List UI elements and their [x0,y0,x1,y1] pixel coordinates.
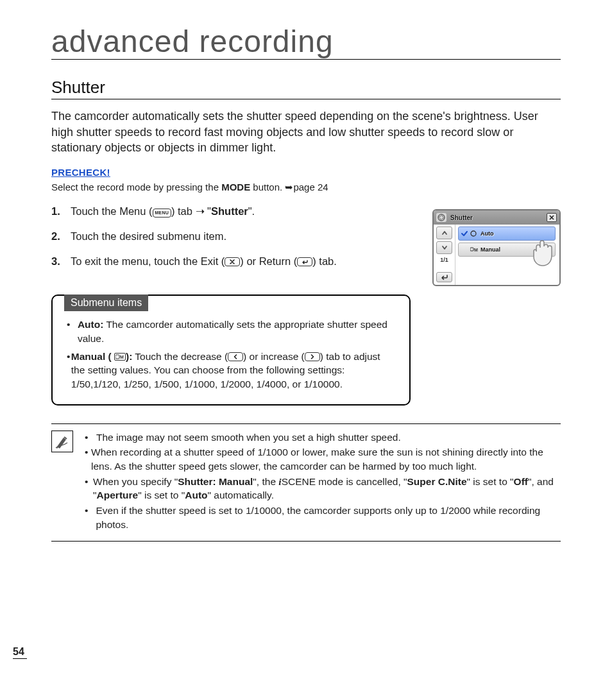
bullet-icon: • [67,318,78,345]
precheck-label: PRECHECK! [51,167,561,178]
step-text: ) or Return ( [240,255,297,267]
arrow-icon: ➝ [196,205,205,217]
step-body: Touch the Menu (MENU) tab ➝ "Shutter". [71,203,255,219]
device-options: Auto M Manual [455,225,559,285]
step-text: ) tab. [312,255,337,267]
section-title: Shutter [51,78,561,99]
step-text: Touch the Menu ( [71,205,153,217]
note-text: The image may not seem smooth when you s… [96,431,401,445]
device-sidebar: 1/1 [434,225,455,285]
menu-button-icon: MENU [153,209,171,218]
manual-page: advanced recording Shutter The camcorder… [0,0,612,700]
mode-word: MODE [221,182,250,192]
bullet-icon: • [85,445,91,473]
bullet-icon: • [85,504,96,531]
exit-button-icon [225,257,240,266]
step-target: Shutter [211,205,248,217]
svg-point-3 [471,231,476,236]
device-up-button[interactable] [436,226,452,239]
step-text: To exit the menu, touch the Exit ( [71,255,225,267]
step-number: 3. [51,253,64,269]
device-header: Shutter [434,210,559,225]
pointing-hand-icon [530,236,566,268]
decrease-button-icon [228,352,243,361]
note-item: •Even if the shutter speed is set to 1/1… [85,504,561,531]
precheck-post: button. [250,182,285,192]
submenu-manual-label: Manual ( M): [71,351,133,362]
aperture-icon [436,213,446,222]
svg-rect-4 [470,248,473,251]
device-option-label: Auto [480,230,494,237]
device-option-label: Manual [480,246,500,253]
svg-text:M: M [120,355,124,359]
note-text: Even if the shutter speed is set to 1/10… [96,504,561,531]
submenu-item-auto: • Auto: The camcorder automatically sets… [67,318,396,345]
submenu-manual-mid: ) or increase ( [243,351,305,362]
note-text: When recording at a shutter speed of 1/1… [91,445,561,473]
submenu-manual-pre: Touch the decrease ( [132,351,228,362]
submenu-tab: Submenu items [64,295,148,311]
step-body: Touch the desired submenu item. [71,228,226,244]
bullet-icon: • [67,350,71,391]
submenu-box: Submenu items • Auto: The camcorder auto… [51,295,411,405]
step-text: ". [248,205,255,217]
device-down-button[interactable] [436,241,452,254]
submenu-desc: Manual ( M): Touch the decrease () or in… [71,350,396,391]
manual-mode-icon: M [470,246,478,253]
device-page-indicator: 1/1 [434,257,455,268]
bullet-icon: • [85,431,96,445]
bullet-icon: • [85,475,93,502]
step-number: 2. [51,228,64,244]
note-item: •When recording at a shutter speed of 1/… [85,445,561,473]
submenu-desc: Auto: The camcorder automatically sets t… [78,318,396,345]
submenu-auto-label: Auto: [78,319,103,330]
page-number: 54 [13,646,27,659]
notes-block: •The image may not seem smooth when you … [51,423,561,542]
svg-text:M: M [474,248,478,252]
step-number: 1. [51,203,64,219]
notes-list: •The image may not seem smooth when you … [85,429,561,532]
step-text: ) tab [171,205,196,217]
submenu-auto-desc: The camcorder automatically sets the app… [78,319,387,344]
aperture-icon [470,230,478,237]
precheck-text: Select the record mode by pressing the M… [51,180,561,194]
manual-mode-icon: M [114,353,126,361]
note-item: • When you specify "Shutter: Manual", th… [85,475,561,502]
device-screenshot: Shutter 1/1 Auto M Manual [432,209,561,286]
note-icon [51,431,73,452]
precheck-pre: Select the record mode by pressing the [51,182,221,192]
device-header-title: Shutter [450,214,543,221]
device-close-button[interactable] [547,213,557,222]
step-body: To exit the menu, touch the Exit () or R… [71,253,337,269]
increase-button-icon [305,352,320,361]
note-text: When you specify "Shutter: Manual", the … [93,475,561,502]
note-item: •The image may not seem smooth when you … [85,431,561,445]
chapter-title: advanced recording [51,26,561,60]
precheck-page-ref: page 24 [293,182,328,192]
svg-rect-0 [115,355,119,359]
arrow-icon: ➥ [285,182,293,192]
intro-paragraph: The camcorder automatically sets the shu… [51,108,561,155]
submenu-item-manual: • Manual ( M): Touch the decrease () or … [67,350,396,391]
device-return-button[interactable] [436,272,452,282]
check-icon [461,230,468,237]
svg-point-2 [438,214,445,221]
step-text: " [205,205,211,217]
return-button-icon [297,257,312,266]
